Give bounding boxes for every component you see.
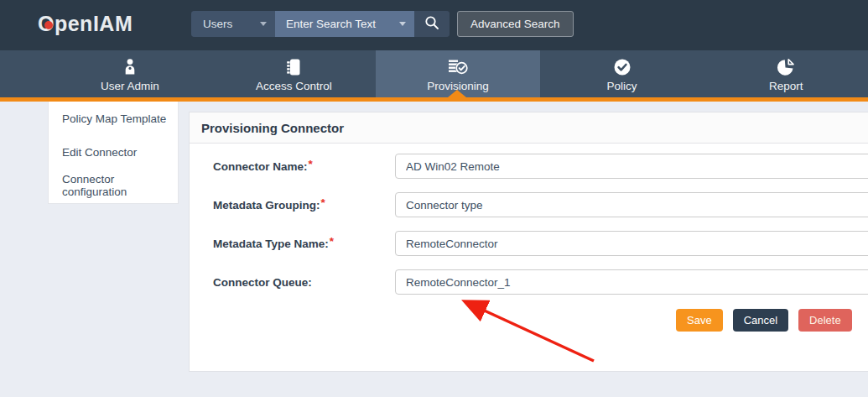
- connector-queue-label: Connector Queue:: [190, 276, 395, 289]
- selected-tab-notch: [448, 90, 466, 97]
- chevron-down-icon: [260, 22, 267, 26]
- user-admin-icon: [120, 55, 140, 77]
- sidebar: Policy Map Template Edit Connector Conne…: [48, 102, 179, 204]
- provisioning-connector-card: Provisioning Connector Connector Name:* …: [189, 112, 868, 372]
- policy-icon: [612, 55, 632, 77]
- search-group: Users Enter Search Text: [191, 11, 450, 37]
- tab-policy[interactable]: Policy: [540, 50, 704, 97]
- search-icon: [424, 15, 439, 33]
- connector-name-label: Connector Name:*: [190, 160, 395, 173]
- metadata-type-name-input[interactable]: [395, 231, 868, 256]
- metadata-grouping-label: Metadata Grouping:*: [190, 199, 395, 212]
- tab-report[interactable]: Report: [704, 50, 868, 97]
- sidebar-item-edit-connector[interactable]: Edit Connector: [49, 135, 178, 169]
- connector-name-input[interactable]: [395, 154, 868, 179]
- tab-user-admin[interactable]: User Admin: [48, 50, 212, 97]
- metadata-grouping-input[interactable]: [395, 192, 868, 217]
- form-buttons: Save Cancel Delete: [676, 309, 868, 332]
- form-row: Connector Name:*: [190, 154, 868, 179]
- tab-label: Access Control: [256, 80, 332, 92]
- cancel-button[interactable]: Cancel: [733, 309, 788, 332]
- advanced-search-button[interactable]: Advanced Search: [457, 11, 574, 37]
- tab-label: Policy: [607, 80, 637, 92]
- delete-button[interactable]: Delete: [798, 309, 852, 332]
- search-scope-select[interactable]: Users: [191, 11, 275, 37]
- main-navbar: User Admin Access Control: [0, 50, 868, 97]
- search-placeholder: Enter Search Text: [286, 18, 376, 30]
- topbar: OpenIAM Users Enter Search Text Advanced…: [0, 0, 868, 50]
- page-title: Provisioning Connector: [201, 121, 344, 135]
- logo-dot: [44, 21, 53, 29]
- save-button[interactable]: Save: [676, 309, 723, 332]
- connector-queue-input[interactable]: [395, 269, 868, 295]
- provisioning-icon: [447, 55, 469, 77]
- access-control-icon: [283, 55, 304, 77]
- required-asterisk: *: [321, 196, 325, 209]
- card-header: Provisioning Connector: [190, 112, 868, 144]
- form-row: Metadata Type Name:*: [190, 231, 868, 256]
- required-asterisk: *: [330, 235, 334, 248]
- tab-label: Report: [769, 80, 803, 92]
- search-button[interactable]: [414, 11, 450, 37]
- chevron-down-icon: [399, 22, 406, 26]
- form-row: Metadata Grouping:*: [190, 192, 868, 217]
- openiam-logo[interactable]: OpenIAM: [38, 12, 133, 39]
- connector-form: Connector Name:* Metadata Grouping:* Met…: [190, 144, 868, 332]
- tab-label: User Admin: [101, 80, 159, 92]
- sidebar-item-connector-configuration[interactable]: Connector configuration: [49, 169, 178, 202]
- search-input[interactable]: Enter Search Text: [275, 11, 414, 37]
- tab-access-control[interactable]: Access Control: [212, 50, 377, 97]
- report-icon: [776, 55, 796, 77]
- sidebar-item-policy-map-template[interactable]: Policy Map Template: [49, 102, 178, 135]
- form-row: Connector Queue:: [190, 269, 868, 295]
- required-asterisk: *: [309, 158, 313, 170]
- metadata-type-name-label: Metadata Type Name:*: [190, 238, 395, 250]
- search-scope-value: Users: [203, 18, 232, 30]
